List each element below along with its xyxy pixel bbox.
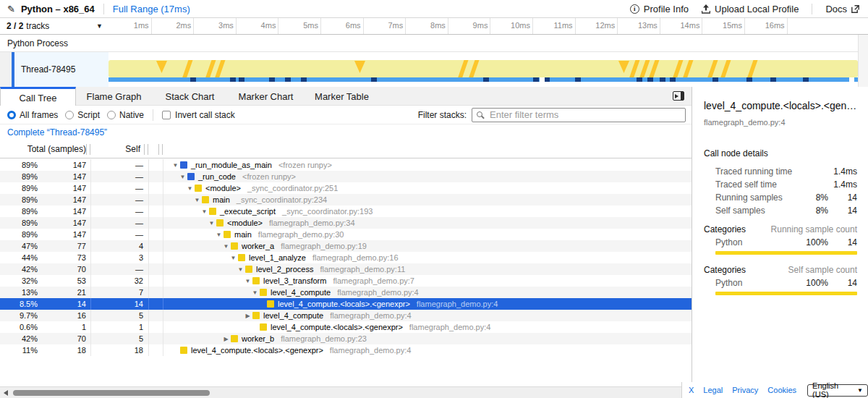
timeline-ruler[interactable]: 2 / 2 tracks ▼ 1ms2ms3ms4ms5ms6ms7ms8ms9… [0,18,868,35]
tab-flame-graph[interactable]: Flame Graph [76,87,152,106]
thread-activity-graph[interactable] [109,60,858,77]
sample-dark-segment [712,77,718,82]
collapse-arrow-icon[interactable]: ▼ [236,266,245,273]
function-file-line: flamegraph_demo.py:16 [312,253,399,262]
invert-call-stack-label[interactable]: Invert call stack [175,110,235,120]
calltree-row[interactable]: 89%147—▼<module>_sync_coordinator.py:251 [0,182,692,194]
filter-stacks-input[interactable] [472,108,686,122]
sidebar-function-name: level_4_compute.<locals>.<genexpr> [704,100,858,111]
calltree-row[interactable]: 89%147—▼_execute_script_sync_coordinator… [0,206,692,217]
tab-marker-chart[interactable]: Marker Chart [228,87,304,106]
upload-profile-button[interactable]: Upload Local Profile [702,4,799,14]
tab-call-tree[interactable]: Call Tree [0,87,76,106]
collapse-arrow-icon[interactable]: ▼ [171,162,180,169]
thread-track[interactable]: Thread-78495 [0,52,868,87]
function-file-line: flamegraph_demo.py:34 [269,219,355,227]
full-range-link[interactable]: Full Range (17ms) [113,4,190,14]
upload-icon [702,4,710,14]
thread-sample-strip[interactable] [109,77,858,82]
calltree-row[interactable]: 9.7%165▶level_4_computeflamegraph_demo.p… [0,310,692,321]
cookies-link[interactable]: Cookies [767,386,796,394]
edit-profile-name-icon[interactable]: ✎ [7,4,15,14]
marker-slash-icon [182,60,193,77]
scrollbar-thumb[interactable] [13,390,210,396]
calltree-row[interactable]: 42%70—▼level_2_processflamegraph_demo.py… [0,263,692,275]
total-cell: 89%147 [0,217,90,229]
radio-script-label[interactable]: Script [77,110,100,120]
tab-stack-chart[interactable]: Stack Chart [152,87,228,106]
sample-dark-segment [637,77,642,82]
row-total-samples: 70 [38,334,90,343]
tracks-dropdown-button[interactable]: 2 / 2 tracks ▼ [0,18,109,34]
column-resizer[interactable] [158,144,163,155]
x-link[interactable]: X [689,386,694,394]
collapse-arrow-icon[interactable]: ▼ [214,232,224,238]
function-file-line: <frozen runpy> [278,161,332,169]
radio-native-label[interactable]: Native [119,110,144,120]
calltree-row[interactable]: 44%733▼level_1_analyzeflamegraph_demo.py… [0,252,692,263]
calltree-row[interactable]: 8.5%1414level_4_compute.<locals>.<genexp… [0,298,692,310]
calltree-row[interactable]: 89%147—▼main_sync_coordinator.py:234 [0,194,692,206]
detail-label: Self samples [715,206,798,216]
calltree-row[interactable]: 13%217▼level_4_computeflamegraph_demo.py… [0,287,692,298]
thread-track-header[interactable]: Thread-78495 [14,52,109,87]
calltree-row[interactable]: 47%774▼worker_aflamegraph_demo.py:19 [0,240,692,252]
icon-cell [148,333,163,344]
collapse-arrow-icon[interactable]: ▼ [250,289,260,296]
self-cell: — [90,263,148,275]
tab-marker-table[interactable]: Marker Table [304,87,380,106]
process-track-header[interactable]: Python Process [0,35,868,52]
radio-all-frames[interactable] [7,111,16,119]
collapse-arrow-icon[interactable]: ▼ [200,208,209,215]
collapse-arrow-icon[interactable]: ▼ [207,220,216,226]
calltree-row[interactable]: 89%147—▼<module>flamegraph_demo.py:34 [0,217,692,229]
collapse-arrow-icon[interactable]: ▼ [243,278,252,284]
ruler-tick: 13ms [660,18,660,34]
radio-native[interactable] [107,111,116,119]
radio-all-frames-label[interactable]: All frames [20,110,58,120]
category-color-swatch [260,323,267,331]
legal-link[interactable]: Legal [703,386,723,394]
language-select[interactable]: English (US) ▼ [807,384,868,397]
calltree-row[interactable]: 89%147—▼mainflamegraph_demo.py:30 [0,229,692,240]
sidebar-toggle-icon[interactable] [673,91,684,101]
column-header-total[interactable]: Total (samples) [0,144,86,154]
invert-call-stack-checkbox[interactable] [162,111,171,119]
detail-pct: 8% [798,192,828,203]
expand-arrow-icon[interactable]: ▶ [243,313,252,319]
calltree-row[interactable]: 11%1818level_4_compute.<locals>.<genexpr… [0,344,692,356]
expand-arrow-icon[interactable]: ▶ [221,336,231,342]
privacy-link[interactable]: Privacy [732,386,758,394]
radio-script[interactable] [65,111,74,119]
column-header-self[interactable]: Self [90,144,144,154]
breadcrumb-complete-thread[interactable]: Complete “Thread-78495” [7,127,107,137]
collapse-arrow-icon[interactable]: ▼ [192,197,202,203]
collapse-arrow-icon[interactable]: ▼ [185,185,195,192]
calltree-row[interactable]: 89%147—▼_run_module_as_main<frozen runpy… [0,159,692,171]
tracks-vertical-scrollbar[interactable] [858,35,868,87]
collapse-arrow-icon[interactable]: ▼ [229,255,238,261]
calltree-row[interactable]: 0.6%11level_4_compute.<locals>.<genexpr>… [0,321,692,333]
collapse-arrow-icon[interactable]: ▼ [221,243,231,250]
horizontal-scrollbar[interactable] [0,386,692,398]
column-resizer[interactable] [144,144,148,155]
tracks-word: tracks [26,21,49,31]
header-divider [103,4,104,14]
profile-info-button[interactable]: i Profile Info [630,4,689,14]
icon-cell [148,240,163,252]
gc-marker-icon [618,61,629,73]
collapse-arrow-icon[interactable]: ▼ [178,174,187,180]
total-cell: 8.5%14 [0,298,90,310]
calltree-row[interactable]: 32%5332▼level_3_transformflamegraph_demo… [0,275,692,287]
calltree-row[interactable]: 89%147—▼_run_code<frozen runpy> [0,171,692,182]
calltree-row[interactable]: 42%705▶worker_bflamegraph_demo.py:23 [0,333,692,344]
profile-name[interactable]: Python – x86_64 [21,4,95,14]
toolbar-divider [153,109,153,121]
function-name: level_1_analyze [249,253,306,262]
scroll-left-arrow-icon[interactable] [4,390,8,396]
docs-link[interactable]: Docs [825,4,859,14]
row-total-percent: 89% [0,195,38,204]
function-name: worker_a [242,242,274,250]
marker-slash-icon [468,60,480,77]
icon-cell [148,298,163,310]
